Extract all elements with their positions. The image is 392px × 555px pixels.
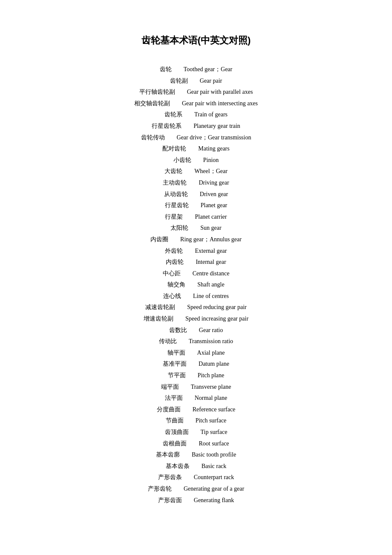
term-zh: 轴交角	[167, 281, 185, 288]
page-container: 齿轮基本术语(中英文对照) 齿轮 Toothed gear；Gear齿轮副 Ge…	[26, 0, 366, 532]
term-row: 太阳轮 Sun gear	[170, 223, 221, 234]
term-en: Axial plane	[197, 350, 225, 356]
term-zh: 内齿轮	[166, 259, 184, 265]
term-row: 小齿轮 Pinion	[173, 155, 219, 166]
term-zh: 产形齿轮	[148, 486, 172, 492]
term-zh: 减速齿轮副	[145, 304, 175, 310]
term-en: Mating gears	[198, 145, 229, 152]
term-en: Reference surface	[193, 406, 236, 413]
term-en: Internal gear	[196, 259, 226, 265]
term-zh: 连心线	[163, 293, 181, 299]
term-zh: 外齿轮	[165, 248, 183, 254]
term-zh: 传动比	[159, 338, 177, 344]
term-row: 产形齿条 Counterpart rack	[158, 472, 234, 483]
term-row: 传动比 Transmission ratio	[159, 336, 233, 347]
term-en: Basic rack	[202, 463, 227, 469]
term-list: 齿轮 Toothed gear；Gear齿轮副 Gear pair平行轴齿轮副 …	[43, 64, 349, 506]
term-en: Generating flank	[194, 497, 234, 503]
term-row: 轴交角 Shaft angle	[167, 279, 224, 291]
term-row: 基本齿廓 Basic tooth profile	[156, 449, 236, 461]
term-en: External gear	[195, 248, 227, 254]
term-row: 法平面 Normal plane	[165, 393, 228, 404]
term-row: 齿轮副 Gear pair	[170, 75, 222, 87]
term-row: 行星齿轮 Planet gear	[165, 200, 228, 211]
term-row: 齿顶曲面 Tip surface	[165, 427, 228, 438]
term-en: Speed reducing gear pair	[187, 304, 247, 310]
term-row: 相交轴齿轮副 Gear pair with intersecting axes	[134, 98, 258, 110]
term-zh: 基本齿廓	[156, 451, 180, 458]
term-zh: 大齿轮	[164, 168, 182, 174]
term-row: 配对齿轮 Mating gears	[162, 143, 229, 155]
term-en: Train of gears	[194, 111, 228, 118]
term-en: Ring gear；Annulus gear	[180, 236, 242, 243]
term-en: Generating gear of a gear	[184, 486, 244, 492]
term-en: Root surface	[199, 440, 229, 447]
term-en: Tip surface	[201, 429, 228, 435]
term-zh: 齿顶曲面	[165, 429, 189, 435]
term-en: Planetary gear train	[193, 123, 240, 129]
term-zh: 小齿轮	[173, 157, 191, 163]
term-row: 行星架 Planet carrier	[165, 211, 227, 223]
term-en: Line of centres	[193, 293, 229, 299]
term-row: 减速齿轮副 Speed reducing gear pair	[145, 302, 247, 313]
term-zh: 齿轮	[160, 66, 172, 72]
term-row: 齿数比 Gear ratio	[169, 325, 223, 336]
term-en: Datum plane	[199, 361, 229, 367]
term-row: 齿根曲面 Root surface	[163, 438, 229, 450]
term-row: 行星齿轮系 Planetary gear train	[152, 121, 240, 132]
term-row: 端平面 Transverse plane	[161, 382, 231, 393]
term-row: 平行轴齿轮副 Gear pair with parallel axes	[139, 87, 253, 98]
term-zh: 从动齿轮	[164, 191, 188, 197]
term-row: 连心线 Line of centres	[163, 291, 229, 302]
page-title: 齿轮基本术语(中英文对照)	[43, 34, 349, 47]
term-en: Gear pair with intersecting axes	[182, 100, 258, 107]
term-row: 从动齿轮 Driven gear	[164, 189, 228, 200]
term-zh: 分度曲面	[157, 406, 181, 413]
term-zh: 端平面	[161, 384, 179, 390]
term-zh: 节曲面	[166, 417, 184, 424]
term-row: 大齿轮 Wheel；Gear	[164, 166, 228, 177]
term-row: 主动齿轮 Driving gear	[163, 177, 229, 189]
term-en: Planet gear	[201, 202, 228, 208]
term-en: Driving gear	[199, 179, 229, 186]
term-row: 增速齿轮副 Speed increasing gear pair	[144, 313, 248, 325]
term-zh: 产形齿条	[158, 474, 182, 480]
term-en: Pitch plane	[198, 372, 225, 379]
term-zh: 行星齿轮	[165, 202, 189, 208]
term-en: Wheel；Gear	[194, 168, 228, 174]
term-zh: 齿轮传动	[141, 134, 165, 141]
term-zh: 齿数比	[169, 327, 187, 333]
term-zh: 相交轴齿轮副	[134, 100, 170, 107]
term-en: Counterpart rack	[194, 474, 234, 480]
term-en: Sun gear	[200, 225, 221, 231]
term-zh: 基本齿条	[166, 463, 190, 469]
term-en: Gear pair with parallel axes	[187, 89, 253, 95]
term-zh: 行星齿轮系	[152, 123, 182, 129]
term-en: Normal plane	[195, 395, 228, 401]
term-zh: 主动齿轮	[163, 179, 187, 186]
term-zh: 太阳轮	[170, 225, 188, 231]
term-row: 产形齿轮 Generating gear of a gear	[148, 483, 244, 495]
term-en: Centre distance	[193, 270, 230, 277]
term-zh: 内齿圈	[150, 236, 168, 243]
term-zh: 轴平面	[167, 350, 185, 356]
term-row: 节曲面 Pitch surface	[166, 415, 227, 427]
term-row: 分度曲面 Reference surface	[157, 404, 236, 416]
term-en: Driven gear	[200, 191, 228, 197]
term-zh: 齿轮副	[170, 78, 188, 84]
term-en: Toothed gear；Gear	[184, 66, 232, 72]
term-row: 节平面 Pitch plane	[168, 370, 225, 382]
term-row: 齿轮系 Train of gears	[164, 109, 228, 121]
term-en: Gear ratio	[199, 327, 223, 333]
term-en: Pinion	[203, 157, 219, 163]
term-row: 内齿圈 Ring gear；Annulus gear	[150, 234, 242, 246]
term-zh: 齿轮系	[164, 111, 182, 118]
term-en: Planet carrier	[195, 214, 227, 220]
term-zh: 中心距	[163, 270, 181, 277]
term-zh: 节平面	[168, 372, 186, 379]
term-row: 内齿轮 Internal gear	[166, 257, 226, 268]
term-row: 基本齿条 Basic rack	[166, 461, 227, 472]
term-en: Transmission ratio	[189, 338, 233, 344]
term-row: 轴平面 Axial plane	[167, 347, 225, 359]
term-zh: 配对齿轮	[162, 145, 186, 152]
